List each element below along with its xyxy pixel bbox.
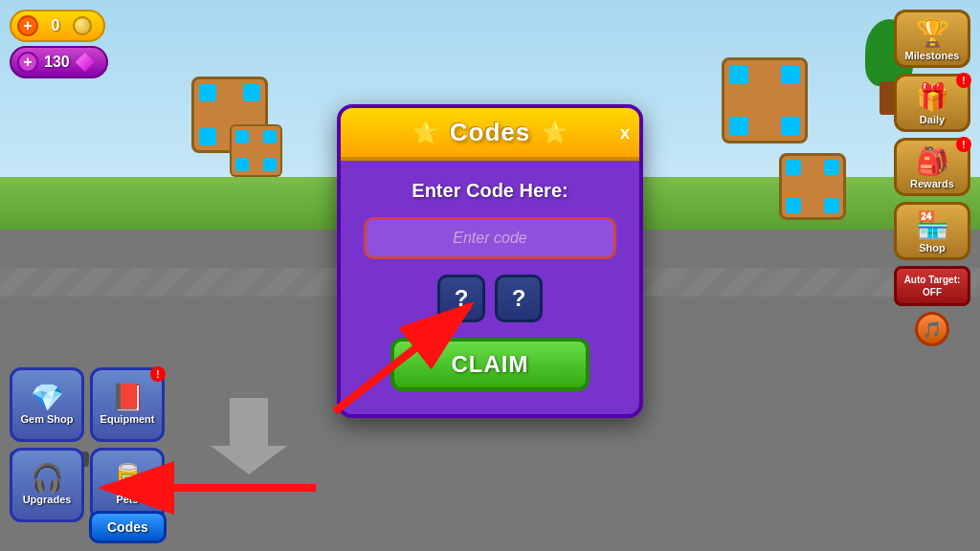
gold-bar: + 0	[10, 10, 105, 42]
sidebar-item-gem-shop[interactable]: 💎 Gem Shop	[10, 367, 84, 442]
modal-close-button[interactable]: x	[620, 122, 630, 143]
equipment-badge: !	[150, 366, 166, 382]
sidebar-item-milestones[interactable]: 🏆 Milestones	[894, 10, 970, 68]
right-sidebar: 🏆 Milestones ! 🎁 Daily ! 🎒 Rewards 🏪 Sho…	[894, 10, 970, 346]
gem-plus-button[interactable]: +	[17, 52, 38, 73]
sidebar-item-rewards[interactable]: ! 🎒 Rewards	[894, 138, 970, 196]
modal-header: ⭐ Codes ⭐ x	[341, 108, 639, 161]
music-button[interactable]: 🎵	[915, 312, 949, 346]
daily-badge: !	[956, 73, 971, 88]
codes-modal[interactable]: ⭐ Codes ⭐ x Enter Code Here: ? ? CLAIM	[337, 104, 643, 418]
music-icon: 🎵	[923, 320, 942, 339]
auto-target-button[interactable]: Auto Target: OFF	[894, 266, 970, 306]
milestones-icon: 🏆	[916, 20, 949, 47]
gem-shop-icon: 💎	[31, 385, 64, 411]
rewards-icon: 🎒	[916, 148, 949, 175]
upgrades-icon: 🎧	[31, 465, 64, 492]
sidebar-item-equipment[interactable]: ! 📕 Equipment	[90, 367, 165, 442]
coin-icon	[73, 16, 92, 35]
sidebar-item-daily[interactable]: ! 🎁 Daily	[894, 74, 970, 132]
modal-body: Enter Code Here: ? ? CLAIM	[341, 161, 639, 391]
menu-grid: 💎 Gem Shop ! 📕 Equipment 🎧 Upgrades 🥫 Pe…	[10, 367, 165, 522]
svg-marker-0	[211, 398, 287, 474]
gem-count: 130	[44, 54, 70, 71]
question-button-2[interactable]: ?	[495, 275, 543, 322]
auto-target-text: Auto Target: OFF	[901, 274, 964, 298]
gem-icon	[76, 53, 95, 72]
codes-button[interactable]: Codes	[89, 511, 167, 543]
rewards-label: Rewards	[910, 178, 954, 189]
star-right-icon: ⭐	[542, 121, 568, 145]
sidebar-item-shop[interactable]: 🏪 Shop	[894, 202, 970, 260]
gold-count: 0	[44, 17, 67, 34]
pets-label: Pets	[116, 494, 138, 505]
gold-plus-button[interactable]: +	[17, 15, 38, 36]
equipment-icon: 📕	[111, 385, 145, 411]
shop-label: Shop	[919, 242, 946, 253]
rewards-badge: !	[956, 137, 971, 152]
star-left-icon: ⭐	[412, 121, 438, 145]
milestones-label: Milestones	[905, 50, 960, 61]
gem-bar: + 130	[10, 46, 108, 78]
code-input[interactable]	[364, 217, 616, 259]
daily-label: Daily	[920, 114, 945, 125]
sidebar-item-upgrades[interactable]: 🎧 Upgrades	[10, 448, 84, 522]
modal-title: Codes	[450, 118, 530, 147]
claim-button[interactable]: CLAIM	[390, 338, 590, 391]
gem-shop-label: Gem Shop	[20, 413, 73, 425]
pets-icon: 🥫	[111, 465, 145, 492]
daily-icon: 🎁	[916, 84, 949, 111]
question-button-1[interactable]: ?	[437, 275, 485, 322]
equipment-label: Equipment	[100, 413, 155, 425]
enter-code-label: Enter Code Here:	[412, 180, 568, 202]
question-buttons: ? ?	[437, 275, 543, 322]
shop-icon: 🏪	[916, 212, 949, 239]
upgrades-label: Upgrades	[23, 494, 72, 505]
